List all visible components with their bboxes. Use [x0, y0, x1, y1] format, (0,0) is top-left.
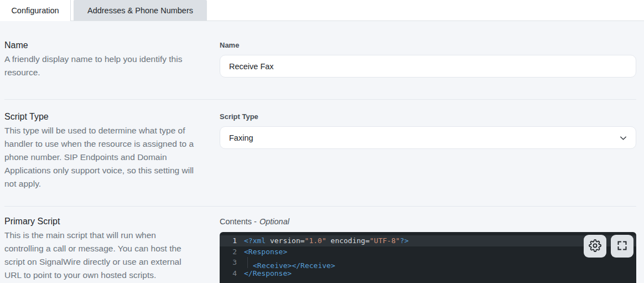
code-editor[interactable]: 1<?xml version="1.0" encoding="UTF-8"?>2… — [220, 232, 636, 283]
script-type-selected-value: Faxing — [229, 133, 253, 142]
section-script-type-heading: Script Type — [4, 110, 196, 124]
contents-optional-text: Optional — [259, 216, 289, 227]
page: Configuration Addresses & Phone Numbers … — [0, 0, 644, 283]
section-primary-script-field: Contents - Optional 1<?xml version="1.0"… — [220, 215, 636, 283]
tab-configuration-label: Configuration — [11, 6, 59, 15]
tab-configuration[interactable]: Configuration — [0, 0, 71, 21]
section-primary-script: Primary Script This is the main script t… — [4, 206, 636, 283]
gear-icon — [589, 239, 601, 254]
fullscreen-icon — [616, 240, 628, 253]
chevron-down-icon — [619, 134, 627, 144]
code-line-text: <Response> — [244, 246, 287, 258]
section-name-info: Name A friendly display name to help you… — [4, 39, 208, 79]
section-script-type-info: Script Type This type will be used to de… — [4, 110, 208, 191]
section-script-type-description: This type will be used to determine what… — [4, 124, 196, 191]
line-number: 2 — [220, 246, 244, 258]
name-input[interactable] — [220, 55, 636, 78]
code-line[interactable]: 3<Receive></Receive> — [220, 257, 636, 268]
section-primary-script-heading: Primary Script — [4, 215, 196, 228]
tab-addresses-phone-numbers[interactable]: Addresses & Phone Numbers — [74, 0, 207, 21]
code-line[interactable]: 4</Response> — [220, 268, 636, 279]
code-line-text: </Response> — [244, 268, 292, 279]
editor-settings-button[interactable] — [584, 235, 606, 258]
name-field-label: Name — [220, 41, 636, 50]
code-line-text: <Receive></Receive> — [244, 257, 335, 268]
line-number: 1 — [220, 235, 244, 246]
section-primary-script-description: This is the main script that will run wh… — [4, 229, 196, 282]
editor-buttons — [584, 235, 633, 258]
code-line-text: <?xml version="1.0" encoding="UTF-8"?> — [244, 235, 408, 246]
editor-fullscreen-button[interactable] — [611, 235, 633, 258]
code-line[interactable]: 1<?xml version="1.0" encoding="UTF-8"?> — [220, 235, 636, 246]
section-name: Name A friendly display name to help you… — [4, 21, 636, 99]
contents-label-text: Contents - — [220, 216, 257, 227]
section-name-field: Name — [220, 39, 636, 79]
section-name-heading: Name — [4, 39, 196, 52]
section-script-type: Script Type This type will be used to de… — [4, 99, 636, 206]
section-primary-script-info: Primary Script This is the main script t… — [4, 215, 208, 283]
line-number: 3 — [220, 257, 244, 268]
tab-addresses-phone-numbers-label: Addresses & Phone Numbers — [87, 6, 193, 15]
script-type-field-label: Script Type — [220, 112, 636, 121]
contents-label: Contents - Optional — [220, 216, 636, 227]
content: Name A friendly display name to help you… — [0, 21, 644, 283]
indent-guide — [244, 257, 253, 268]
code-line[interactable]: 2<Response> — [220, 246, 636, 258]
script-type-select[interactable]: Faxing — [220, 126, 636, 149]
section-script-type-field: Script Type Faxing — [220, 110, 636, 191]
code-lines: 1<?xml version="1.0" encoding="UTF-8"?>2… — [220, 232, 636, 279]
line-number: 4 — [220, 268, 244, 279]
section-name-description: A friendly display name to help you iden… — [4, 53, 196, 79]
tab-bar: Configuration Addresses & Phone Numbers — [0, 0, 644, 21]
